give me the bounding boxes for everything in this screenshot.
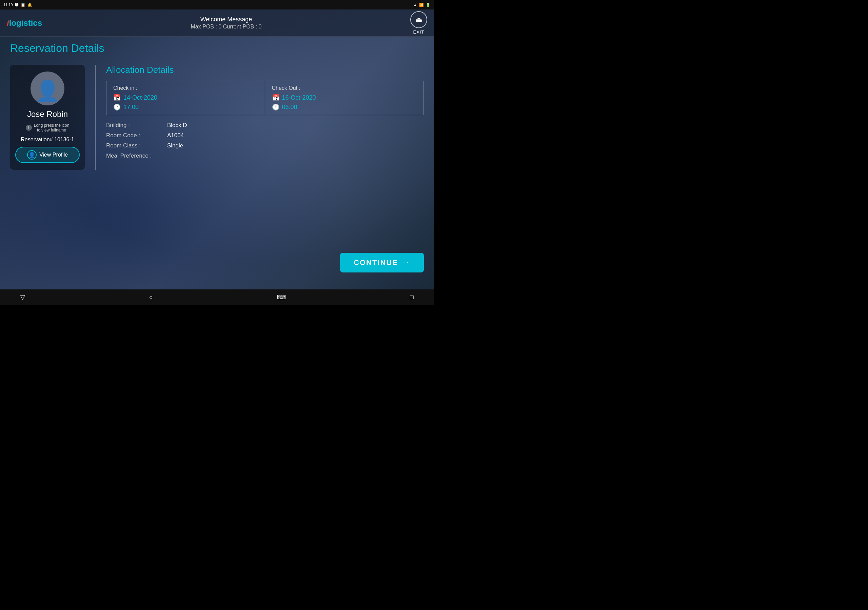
user-panel: 👤 Jose Robin ℹ Long press the iconto vie… — [10, 65, 85, 170]
status-bar-left: 11:19 🅐 📋 🔔 — [3, 3, 32, 7]
calendar-icon: 📅 — [113, 94, 121, 101]
app-icon-a: 🅐 — [15, 3, 19, 7]
sync-icon: 🔔 — [28, 3, 32, 7]
content-area: 👤 Jose Robin ℹ Long press the iconto vie… — [0, 58, 434, 176]
signal-icon: 📶 — [419, 3, 424, 7]
allocation-title: Allocation Details — [106, 65, 424, 75]
building-item: Building : Block D — [106, 122, 424, 129]
view-profile-button[interactable]: 👤 View Profile — [15, 147, 80, 163]
vertical-divider — [95, 65, 96, 170]
status-bar: 11:19 🅐 📋 🔔 ▲ 📶 🔋 — [0, 0, 434, 9]
continue-label: CONTINUE — [353, 258, 398, 267]
meal-preference-item: Meal Preference : — [106, 153, 424, 159]
app-header: i logistics Welcome Message Max POB : 0 … — [0, 9, 434, 37]
dates-grid: Check in : 📅 14-Oct-2020 🕐 17:00 Check O… — [106, 81, 424, 115]
battery-icon: 🔋 — [426, 3, 431, 7]
avatar-icon: 👤 — [35, 81, 60, 101]
view-profile-icon: 👤 — [27, 150, 37, 159]
info-hint: ℹ Long press the iconto view fullname — [26, 123, 70, 133]
user-name: Jose Robin — [27, 110, 68, 119]
room-code-item: Room Code : A1004 — [106, 132, 424, 139]
header-right[interactable]: ⏏ EXIT — [410, 11, 427, 34]
background-image: i logistics Welcome Message Max POB : 0 … — [0, 9, 434, 290]
checkin-cell: Check in : 📅 14-Oct-2020 🕐 17:00 — [107, 81, 265, 115]
nav-back-icon[interactable]: ▽ — [20, 294, 25, 301]
pob-info: Max POB : 0 Current POB : 0 — [42, 24, 410, 30]
calendar-icon-2: 📅 — [272, 94, 279, 101]
notification-icon: 📋 — [21, 3, 25, 7]
reservation-number: Reservation# 10136-1 — [21, 136, 74, 142]
logo-text: logistics — [9, 18, 42, 28]
exit-icon: ⏏ — [415, 15, 423, 24]
status-bar-right: ▲ 📶 🔋 — [413, 3, 431, 7]
welcome-title: Welcome Message — [42, 16, 410, 23]
time-display: 11:19 — [3, 3, 13, 7]
exit-label: EXIT — [413, 29, 425, 34]
allocation-panel: Allocation Details Check in : 📅 14-Oct-2… — [106, 65, 424, 159]
nav-recent-icon[interactable]: □ — [410, 294, 414, 301]
arrow-right-icon: → — [402, 258, 410, 267]
room-class-item: Room Class : Single — [106, 142, 424, 149]
continue-button[interactable]: CONTINUE → — [340, 253, 424, 272]
checkout-time: 🕐 06:00 — [272, 103, 417, 111]
bottom-navigation-bar: ▽ ○ ⌨ □ — [0, 290, 434, 305]
checkin-label: Check in : — [113, 85, 258, 91]
details-list: Building : Block D Room Code : A1004 Roo… — [106, 122, 424, 159]
room-class-label: Room Class : — [106, 142, 167, 149]
view-profile-label: View Profile — [39, 152, 68, 158]
checkin-date: 📅 14-Oct-2020 — [113, 94, 258, 101]
clock-icon-2: 🕐 — [272, 103, 279, 111]
building-value: Block D — [167, 122, 187, 129]
nav-home-icon[interactable]: ○ — [149, 294, 153, 301]
room-code-value: A1004 — [167, 132, 184, 139]
header-center: Welcome Message Max POB : 0 Current POB … — [42, 16, 410, 30]
meal-preference-label: Meal Preference : — [106, 153, 167, 159]
wifi-icon: ▲ — [413, 3, 417, 7]
logo-i: i — [7, 18, 9, 28]
checkin-time: 🕐 17:00 — [113, 103, 258, 111]
avatar: 👤 — [31, 71, 64, 105]
main-content: Reservation Details 👤 Jose Robin ℹ Long … — [0, 37, 434, 290]
building-label: Building : — [106, 122, 167, 129]
reservation-title: Reservation Details — [10, 42, 424, 54]
hint-text: Long press the iconto view fullname — [34, 123, 70, 133]
app-logo: i logistics — [7, 18, 42, 28]
exit-button[interactable]: ⏏ — [410, 11, 427, 28]
checkout-label: Check Out : — [272, 85, 417, 91]
reservation-header: Reservation Details — [0, 37, 434, 58]
room-code-label: Room Code : — [106, 132, 167, 139]
checkout-date: 📅 16-Oct-2020 — [272, 94, 417, 101]
clock-icon: 🕐 — [113, 103, 121, 111]
checkout-cell: Check Out : 📅 16-Oct-2020 🕐 06:00 — [265, 81, 424, 115]
room-class-value: Single — [167, 142, 183, 149]
info-icon: ℹ — [26, 125, 32, 131]
nav-keyboard-icon[interactable]: ⌨ — [277, 294, 286, 301]
